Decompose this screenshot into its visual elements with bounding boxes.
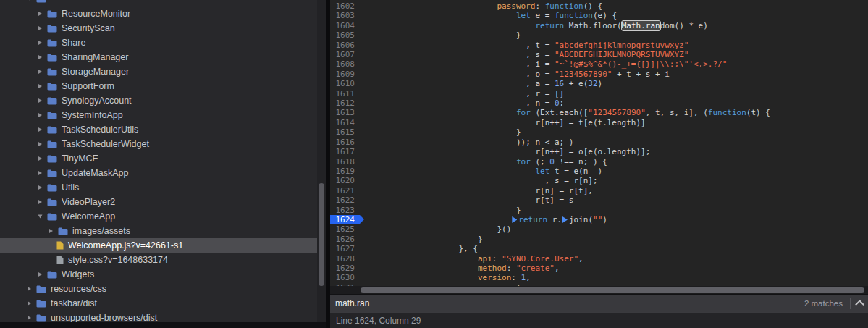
line-number[interactable]: 1624: [330, 215, 360, 224]
code-line[interactable]: return Math.floor(Math.random() * e): [363, 21, 868, 30]
horizontal-scrollbar-thumb[interactable]: [361, 287, 864, 293]
code-line[interactable]: , n = 0;: [363, 98, 868, 108]
code-line[interactable]: }: [363, 235, 868, 244]
line-number[interactable]: 1630: [330, 273, 360, 282]
code-line[interactable]: }, {: [363, 244, 868, 253]
line-number[interactable]: 1628: [330, 254, 360, 264]
line-number[interactable]: 1602: [330, 1, 360, 11]
line-number[interactable]: 1619: [330, 167, 360, 176]
code-line[interactable]: , a = 16 + e(32): [363, 79, 868, 88]
code-line[interactable]: r[n] = r[t],: [363, 186, 868, 195]
chevron-right-icon[interactable]: [25, 285, 34, 294]
tree-item-systeminfoapp[interactable]: SystemInfoApp: [0, 108, 317, 122]
code-line[interactable]: }: [363, 127, 868, 137]
code-line[interactable]: , s = r[n];: [363, 176, 868, 185]
tree-item-securityscan[interactable]: SecurityScan: [0, 21, 317, 35]
code-line[interactable]: , i = "~`!@#$%^&*()-_+={[}]|\\:;\"'<,>.?…: [363, 59, 868, 69]
tree-item-images-assets[interactable]: images/assets: [0, 224, 317, 238]
code-editor[interactable]: 1602160316041605160616071608160916101611…: [330, 0, 868, 294]
code-line[interactable]: r[n++] = o[e(o.length)];: [363, 147, 868, 156]
chevron-right-icon[interactable]: [35, 270, 45, 279]
chevron-right-icon[interactable]: [35, 38, 45, 48]
line-number[interactable]: 1627: [330, 244, 360, 253]
code-line[interactable]: let t = e(n--): [363, 167, 868, 176]
code-line[interactable]: password: function() {: [363, 1, 868, 11]
tree-item-synologyaccount[interactable]: SynologyAccount: [0, 93, 317, 108]
line-number[interactable]: 1615: [330, 127, 360, 137]
code-line[interactable]: for (; 0 !== n; ) {: [363, 157, 868, 167]
chevron-right-icon[interactable]: [35, 24, 45, 33]
line-number[interactable]: 1611: [330, 89, 360, 98]
line-number[interactable]: 1605: [330, 30, 360, 40]
code-line[interactable]: , t = "abcdefghijklmnopqrstuvwxyz": [363, 41, 868, 50]
line-number[interactable]: 1608: [330, 59, 360, 69]
line-number[interactable]: 1613: [330, 108, 360, 117]
line-number[interactable]: 1614: [330, 118, 360, 127]
tree-item-utils[interactable]: Utils: [0, 180, 317, 195]
code-line[interactable]: return r.join(""): [363, 215, 868, 224]
tree-item-style-css-v-1648633174[interactable]: style.css?v=1648633174: [0, 253, 317, 267]
tree-item-taskbar-dist[interactable]: taskbar/dist: [0, 296, 317, 311]
line-number[interactable]: 1618: [330, 157, 360, 167]
tree-item-welcomeapp-js-v-42661-s1[interactable]: WelcomeApp.js?v=42661-s1: [0, 238, 317, 253]
code-line[interactable]: , s = "ABCDEFGHIJKLMNOPQRSTUVWXYZ": [363, 50, 868, 59]
gutter[interactable]: 1602160316041605160616071608160916101611…: [330, 1, 360, 293]
tree-item-widgets[interactable]: Widgets: [0, 267, 317, 282]
code-line[interactable]: , o = "1234567890" + t + s + i: [363, 70, 868, 79]
line-number[interactable]: 1620: [330, 176, 360, 185]
line-number[interactable]: 1607: [330, 50, 360, 59]
chevron-right-icon[interactable]: [25, 314, 34, 323]
line-number[interactable]: 1621: [330, 186, 360, 195]
tree-scrollbar-thumb[interactable]: [319, 183, 324, 286]
chevron-right-icon[interactable]: [35, 183, 45, 193]
tree-item-storagemanager[interactable]: StorageManager: [0, 64, 317, 79]
tree-item-updatemaskapp[interactable]: UpdateMaskApp: [0, 166, 317, 180]
line-number[interactable]: 1612: [330, 98, 360, 108]
code-line[interactable]: api: "SYNO.Core.User",: [363, 254, 868, 264]
code-line[interactable]: }: [363, 206, 868, 215]
chevron-right-icon[interactable]: [35, 140, 45, 149]
chevron-right-icon[interactable]: [25, 299, 34, 308]
code-line[interactable]: version: 1,: [363, 273, 868, 282]
code-line[interactable]: method: "create",: [363, 264, 868, 273]
code-line[interactable]: r[t] = s: [363, 195, 868, 205]
tree-item-welcomeapp[interactable]: WelcomeApp: [0, 209, 317, 224]
code-line[interactable]: )); n < a; ): [363, 138, 868, 147]
tree-item-unsupported-browsers-dist[interactable]: unsupported-browsers/dist: [0, 311, 317, 322]
tree-item-share[interactable]: Share: [0, 35, 317, 50]
code-line[interactable]: }(): [363, 224, 868, 234]
chevron-right-icon[interactable]: [35, 111, 45, 120]
line-number[interactable]: 1609: [330, 70, 360, 79]
line-number[interactable]: 1603: [330, 11, 360, 20]
chevron-right-icon[interactable]: [35, 9, 45, 19]
chevron-right-icon[interactable]: [35, 169, 45, 178]
code-line[interactable]: let e = function(e) {: [363, 11, 868, 20]
tree-item-videoplayer2[interactable]: VideoPlayer2: [0, 195, 317, 209]
chevron-right-icon[interactable]: [35, 67, 45, 77]
tree-item-taskschedulerwidget[interactable]: TaskSchedulerWidget: [0, 137, 317, 151]
chevron-down-icon[interactable]: [35, 212, 45, 222]
file-tree[interactable]: ResourceMonitorSecurityScanShareSharingM…: [0, 0, 317, 322]
code-line[interactable]: , r = []: [363, 89, 868, 98]
chevron-right-icon[interactable]: [46, 227, 56, 236]
code-line[interactable]: }: [363, 30, 868, 40]
code-line[interactable]: for (Ext.each(["1234567890", t, s, i], (…: [363, 108, 868, 117]
line-number[interactable]: 1622: [330, 195, 360, 205]
tree-item-taskschedulerutils[interactable]: TaskSchedulerUtils: [0, 122, 317, 137]
tree-item-sharingmanager[interactable]: SharingManager: [0, 50, 317, 64]
chevron-right-icon[interactable]: [35, 154, 45, 164]
tree-item-partial[interactable]: [0, 0, 317, 6]
find-input[interactable]: math.ran: [330, 295, 797, 312]
line-number[interactable]: 1625: [330, 224, 360, 234]
chevron-right-icon[interactable]: [35, 125, 45, 135]
tree-item-resourcemonitor[interactable]: ResourceMonitor: [0, 7, 317, 21]
tree-item-tinymce[interactable]: TinyMCE: [0, 151, 317, 166]
line-number[interactable]: 1604: [330, 21, 360, 30]
tree-item-supportform[interactable]: SupportForm: [0, 79, 317, 93]
line-number[interactable]: 1616: [330, 138, 360, 147]
line-number[interactable]: 1623: [330, 206, 360, 215]
chevron-right-icon[interactable]: [35, 53, 45, 62]
chevron-down-icon[interactable]: [25, 0, 34, 4]
code-line[interactable]: r[n++] = t[e(t.length)]: [363, 118, 868, 127]
chevron-right-icon[interactable]: [35, 82, 45, 91]
